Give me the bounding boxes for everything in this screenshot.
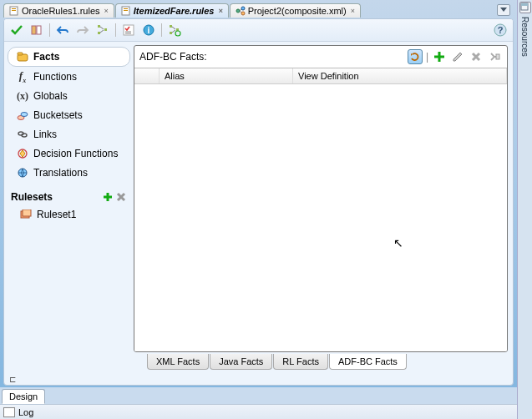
add-ruleset-button[interactable] [102, 191, 114, 203]
right-dock: Resources [517, 0, 532, 419]
grid-body[interactable]: ↖ [134, 84, 507, 351]
nav-item-label: Facts [33, 51, 59, 63]
facts-type-tabs: XML Facts Java Facts RL Facts ADF-BC Fac… [134, 354, 513, 375]
svg-rect-36 [23, 210, 31, 216]
functions-icon: fx [16, 70, 29, 83]
view-tab-design[interactable]: Design [2, 389, 45, 404]
add-fact-button[interactable] [432, 49, 447, 64]
svg-point-6 [236, 9, 240, 13]
ruleset-label: Ruleset1 [37, 209, 76, 220]
facts-header-label: ADF-BC Facts: [139, 51, 207, 63]
toolbar-separator [161, 23, 162, 37]
decision-functions-icon [16, 147, 29, 160]
undo-button[interactable] [55, 23, 70, 38]
nav-item-translations[interactable]: Translations [8, 164, 130, 182]
mouse-cursor-icon: ↖ [393, 236, 403, 250]
svg-line-9 [240, 9, 241, 11]
translations-icon [16, 166, 29, 179]
refresh-tree-button[interactable] [167, 23, 182, 38]
dictionary-button[interactable] [29, 23, 44, 38]
delete-fact-button[interactable] [469, 49, 484, 64]
nav-item-globals[interactable]: (x) Globals [8, 87, 130, 105]
main-area: ADF-BC Facts: | [134, 42, 513, 375]
composite-file-icon [236, 6, 246, 16]
toolbar-separator [49, 23, 50, 37]
tab-java-facts[interactable]: Java Facts [210, 354, 272, 370]
file-tab-label: ItemizedFare.rules [134, 6, 215, 16]
nav-item-functions[interactable]: fx Functions [8, 68, 130, 86]
clear-facts-button[interactable] [487, 49, 502, 64]
nav-item-bucketsets[interactable]: Bucketsets [8, 106, 130, 124]
nav-item-facts[interactable]: Facts [8, 47, 130, 67]
refresh-facts-button[interactable] [408, 49, 423, 64]
file-tab-oraclerules1[interactable]: OracleRules1.rules × [3, 3, 114, 18]
svg-rect-37 [496, 54, 499, 59]
info-button[interactable]: i [141, 23, 156, 38]
svg-line-10 [240, 11, 241, 13]
svg-point-8 [241, 12, 245, 15]
dock-resources-label[interactable]: Resources [520, 17, 529, 57]
left-nav: Facts fx Functions (x) Globals Bucketset… [4, 42, 134, 375]
grid-row-handle-column[interactable] [134, 68, 160, 83]
svg-rect-14 [98, 32, 100, 34]
svg-rect-4 [124, 8, 128, 9]
file-tab-label: Project2(composite.xml) [248, 6, 347, 16]
nav-item-decision-functions[interactable]: Decision Functions [8, 144, 130, 163]
svg-rect-11 [32, 26, 36, 34]
nav-item-links[interactable]: Links [8, 125, 130, 144]
close-icon[interactable]: × [104, 7, 109, 15]
redo-button[interactable] [75, 23, 90, 38]
editor-toolbar: i ? [4, 19, 513, 42]
svg-rect-28 [18, 53, 23, 55]
delete-ruleset-button[interactable] [115, 191, 127, 203]
file-tab-project2[interactable]: Project2(composite.xml) × [230, 3, 361, 18]
log-bar[interactable]: Log [0, 404, 517, 419]
help-button[interactable]: ? [493, 23, 508, 38]
svg-text:i: i [148, 26, 150, 35]
edit-fact-button[interactable] [450, 49, 465, 64]
tree-button[interactable] [95, 23, 110, 38]
tab-adfbc-facts[interactable]: ADF-BC Facts [329, 354, 407, 370]
validate-button[interactable] [9, 23, 24, 38]
svg-rect-12 [37, 26, 41, 34]
nav-item-label: Globals [33, 90, 68, 102]
column-alias[interactable]: Alias [160, 68, 293, 83]
svg-point-30 [21, 113, 28, 117]
restore-dock-button[interactable] [519, 2, 531, 13]
svg-rect-2 [12, 10, 16, 11]
tab-rl-facts[interactable]: RL Facts [273, 354, 328, 370]
nav-item-label: Decision Functions [33, 148, 118, 159]
file-tab-itemizedfare[interactable]: ItemizedFare.rules × [115, 3, 229, 18]
facts-grid: Alias View Definition ↖ [134, 68, 507, 351]
editor-panel: i ? Facts fx Func [3, 18, 514, 386]
svg-rect-5 [124, 10, 128, 11]
svg-point-24 [175, 31, 180, 36]
nav-item-label: Bucketsets [33, 109, 83, 121]
rules-file-icon [9, 6, 19, 16]
nav-item-label: Translations [33, 167, 88, 179]
facts-table-frame: ADF-BC Facts: | [134, 45, 508, 352]
toolbar-separator: | [426, 51, 428, 63]
svg-point-7 [241, 7, 245, 10]
check-list-button[interactable] [121, 23, 136, 38]
bucketsets-icon [16, 109, 29, 122]
links-icon [16, 128, 29, 141]
svg-rect-22 [170, 32, 172, 34]
rules-file-icon [121, 6, 131, 16]
ruleset-icon [19, 208, 33, 221]
tab-xml-facts[interactable]: XML Facts [147, 354, 209, 370]
file-tab-label: OracleRules1.rules [22, 6, 100, 16]
close-icon[interactable]: × [218, 7, 222, 15]
column-view-definition[interactable]: View Definition [293, 68, 507, 83]
svg-rect-39 [521, 3, 528, 6]
ruleset-item[interactable]: Ruleset1 [8, 205, 130, 224]
tab-list-dropdown[interactable] [497, 4, 510, 16]
close-icon[interactable]: × [351, 7, 355, 15]
nav-item-label: Links [33, 129, 57, 140]
file-tabs: OracleRules1.rules × ItemizedFare.rules … [0, 0, 517, 18]
svg-rect-13 [98, 25, 100, 28]
toolbar-separator [115, 23, 116, 37]
svg-rect-21 [170, 25, 172, 28]
facts-icon [16, 50, 29, 63]
nav-item-label: Functions [33, 71, 77, 83]
